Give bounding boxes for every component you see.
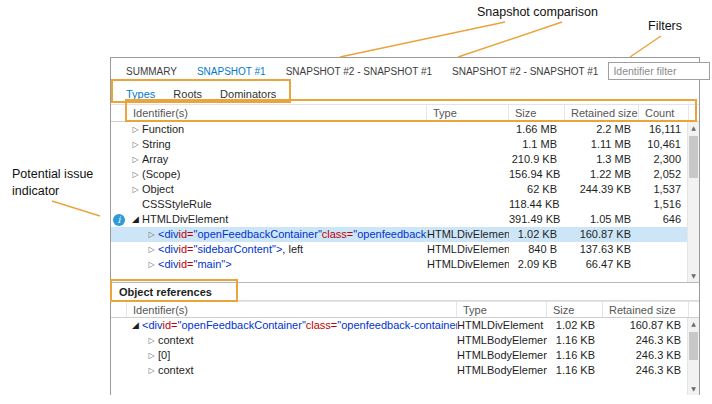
expand-icon[interactable]: ▷: [145, 227, 158, 242]
type-cell: [427, 167, 509, 182]
expand-icon[interactable]: ▷: [129, 167, 142, 182]
table-row[interactable]: ▷Object62 KB244.39 KB1,537: [111, 182, 699, 197]
scroll-up-icon[interactable]: ▲: [688, 318, 699, 330]
view-tabs-container: TypesRootsDominators: [117, 88, 285, 100]
retained-size-cell: 246.3 KB: [603, 363, 689, 378]
identifier-cell: ◢HTMLDivElement: [127, 212, 427, 227]
view-tab-roots[interactable]: Roots: [164, 88, 211, 100]
identifier-text: [0]: [158, 348, 170, 363]
column-header-retained-size[interactable]: Retained size: [603, 302, 689, 317]
references-grid-scrollbar[interactable]: ▲ ▼: [687, 318, 699, 395]
identifier-text: id=: [179, 242, 194, 257]
header-gutter: [111, 105, 127, 121]
scroll-down-icon[interactable]: ▼: [688, 383, 699, 395]
view-tab-types[interactable]: Types: [117, 88, 164, 100]
table-row[interactable]: ▷Function1.66 MB2.2 MB16,111: [111, 122, 699, 137]
column-header-retained-size[interactable]: Retained size: [565, 105, 639, 121]
column-header-identifier-s[interactable]: Identifier(s): [127, 302, 457, 317]
scroll-up-icon[interactable]: ▲: [688, 122, 699, 134]
identifier-filter-input[interactable]: [608, 62, 710, 80]
identifier-text: "openfeedback-co...: [353, 227, 427, 242]
size-cell: 210.9 KB: [509, 152, 565, 167]
callout-filters: Filters: [648, 19, 682, 33]
identifier-cell: ▷Function: [127, 122, 427, 137]
table-row[interactable]: ▷contextHTMLBodyElement1.16 KB246.3 KB: [111, 363, 699, 378]
tg-header: Identifier(s)TypeSizeRetained sizeCount: [111, 104, 699, 122]
expand-icon[interactable]: ▷: [145, 363, 158, 378]
table-row[interactable]: ▷(Scope)156.94 KB1.22 MB2,052: [111, 167, 699, 182]
count-cell: 2,052: [639, 167, 689, 182]
table-row[interactable]: ▷[0]HTMLBodyElement1.16 KB246.3 KB: [111, 348, 699, 363]
column-header-size[interactable]: Size: [547, 302, 603, 317]
column-header-type[interactable]: Type: [457, 302, 547, 317]
column-header-type[interactable]: Type: [427, 105, 509, 121]
tab-summary-0[interactable]: SUMMARY: [116, 66, 187, 77]
identifier-text: "sidebarContent">: [194, 242, 283, 257]
tab-snapshot-1-1[interactable]: SNAPSHOT #1: [187, 66, 276, 77]
table-row[interactable]: ▷contextHTMLBodyElement1.16 KB246.3 KB: [111, 333, 699, 348]
identifier-text: "openFeedbackContainer": [178, 318, 306, 333]
types-grid-scrollbar[interactable]: ▲ ▼: [687, 122, 699, 282]
identifier-text: String: [142, 137, 171, 152]
view-tab-dominators[interactable]: Dominators: [211, 88, 285, 100]
expand-icon[interactable]: ▷: [129, 152, 142, 167]
tab-snapshot-2-snapshot-1-3[interactable]: SNAPSHOT #2 - SNAPSHOT #1: [442, 66, 608, 77]
expand-icon[interactable]: ▷: [129, 182, 142, 197]
row-gutter: [111, 333, 127, 348]
retained-size-cell: 246.3 KB: [603, 348, 689, 363]
column-header-identifier-s[interactable]: Identifier(s): [127, 105, 427, 121]
identifier-text: class=: [306, 318, 338, 333]
identifier-text: class=: [322, 227, 354, 242]
table-row[interactable]: ▷<div id="openFeedbackContainer" class="…: [111, 227, 699, 242]
tabs-container: SUMMARYSNAPSHOT #1SNAPSHOT #2 - SNAPSHOT…: [116, 66, 608, 77]
table-row[interactable]: ▷String1.1 MB1.11 MB10,461: [111, 137, 699, 152]
header-gutter: [111, 302, 127, 317]
row-gutter: i: [111, 212, 127, 227]
types-grid: Identifier(s)TypeSizeRetained sizeCount …: [111, 104, 699, 282]
collapse-icon[interactable]: ◢: [129, 212, 142, 227]
callout-potential-issue-line2: indicator: [12, 183, 93, 200]
expand-icon[interactable]: ▷: [129, 122, 142, 137]
expand-icon[interactable]: ▷: [145, 348, 158, 363]
identifier-cell: ▷context: [127, 333, 457, 348]
identifier-cell: CSSStyleRule: [127, 197, 427, 212]
column-header-size[interactable]: Size: [509, 105, 565, 121]
table-row[interactable]: ◢<div id="openFeedbackContainer" class="…: [111, 318, 699, 333]
type-cell: HTMLBodyElement: [457, 363, 547, 378]
row-gutter: [111, 197, 127, 212]
table-row[interactable]: ▷Array210.9 KB1.3 MB2,300: [111, 152, 699, 167]
count-cell: 1,516: [639, 197, 689, 212]
expand-icon[interactable]: ▷: [145, 242, 158, 257]
size-cell: 1.16 KB: [547, 348, 603, 363]
identifier-text: <div: [158, 242, 179, 257]
scrollbar-thumb[interactable]: [689, 332, 698, 360]
identifier-cell: ◢<div id="openFeedbackContainer" class="…: [127, 318, 457, 333]
memory-tool-window: SUMMARYSNAPSHOT #1SNAPSHOT #2 - SNAPSHOT…: [110, 57, 700, 395]
identifier-text: <div: [142, 318, 163, 333]
count-cell: 10,461: [639, 137, 689, 152]
scroll-down-icon[interactable]: ▼: [688, 270, 699, 282]
row-gutter: [111, 122, 127, 137]
size-cell: 840 B: [509, 242, 565, 257]
expand-icon[interactable]: ▷: [145, 333, 158, 348]
row-gutter: [111, 182, 127, 197]
table-row[interactable]: ▷<div id="main">HTMLDivElement2.09 KB66.…: [111, 257, 699, 272]
size-cell: 118.44 KB: [509, 197, 565, 212]
row-gutter: [111, 227, 127, 242]
type-cell: [427, 122, 509, 137]
identifier-text: "main">: [194, 257, 232, 272]
table-row[interactable]: i◢HTMLDivElement391.49 KB1.05 MB646: [111, 212, 699, 227]
retained-size-cell: 66.47 KB: [565, 257, 639, 272]
row-gutter: [111, 242, 127, 257]
table-row[interactable]: ▷<div id="sidebarContent">, leftHTMLDivE…: [111, 242, 699, 257]
rg-header: Identifier(s)TypeSizeRetained size: [111, 301, 699, 318]
tab-snapshot-2-snapshot-1-2[interactable]: SNAPSHOT #2 - SNAPSHOT #1: [276, 66, 442, 77]
table-row[interactable]: CSSStyleRule118.44 KB1,516: [111, 197, 699, 212]
type-cell: [427, 152, 509, 167]
expand-icon[interactable]: ▷: [145, 257, 158, 272]
expand-icon[interactable]: ▷: [129, 137, 142, 152]
collapse-icon[interactable]: ◢: [129, 318, 142, 333]
scrollbar-thumb[interactable]: [689, 136, 698, 178]
potential-issue-icon[interactable]: i: [113, 214, 125, 226]
column-header-count[interactable]: Count: [639, 105, 689, 121]
